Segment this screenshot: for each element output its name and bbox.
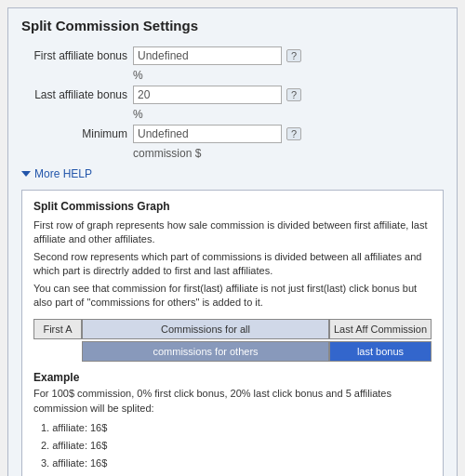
graph-cell-first-1: First A bbox=[33, 319, 82, 339]
graph-row-2: commissions for others last bonus bbox=[33, 341, 432, 362]
graph-row-1: First A Commissions for all Last Aff Com… bbox=[33, 319, 432, 339]
more-help-button[interactable]: More HELP bbox=[21, 167, 92, 180]
example-list: 1. affiliate: 16$ 2. affiliate: 16$ 3. a… bbox=[33, 419, 432, 476]
list-item: 4. affiliate: 16$ bbox=[41, 471, 432, 476]
graph-visual: First A Commissions for all Last Aff Com… bbox=[33, 319, 432, 362]
more-help-row: More HELP bbox=[21, 167, 444, 180]
minimum-input[interactable] bbox=[133, 125, 282, 143]
minimum-row: Minimum ? bbox=[21, 125, 444, 143]
last-affiliate-label: Last affiliate bonus bbox=[21, 88, 133, 101]
more-help-label: More HELP bbox=[34, 167, 92, 180]
graph-cell-empty bbox=[33, 341, 82, 362]
graph-cell-middle-1: Commissions for all bbox=[82, 319, 329, 339]
last-affiliate-unit: % bbox=[133, 108, 444, 121]
example-title: Example bbox=[33, 371, 432, 384]
main-panel: Split Commission Settings First affiliat… bbox=[7, 7, 458, 476]
minimum-unit: commission $ bbox=[133, 147, 444, 160]
last-affiliate-input[interactable] bbox=[133, 86, 282, 104]
example-desc: For 100$ commission, 0% first click bonu… bbox=[33, 387, 432, 416]
graph-desc1: First row of graph represents how sale c… bbox=[33, 218, 432, 247]
graph-title: Split Commissions Graph bbox=[33, 200, 432, 213]
first-affiliate-input[interactable] bbox=[133, 46, 282, 65]
first-affiliate-label: First affiliate bonus bbox=[21, 49, 133, 62]
graph-cell-last-1: Last Aff Commission bbox=[329, 319, 432, 339]
first-affiliate-help-icon[interactable]: ? bbox=[286, 49, 301, 62]
graph-desc3: You can see that commission for first(la… bbox=[33, 282, 432, 311]
graph-cell-last-bonus: last bonus bbox=[329, 341, 432, 362]
last-affiliate-help-icon[interactable]: ? bbox=[286, 88, 301, 101]
minimum-label: Minimum bbox=[21, 127, 133, 140]
page-title: Split Commission Settings bbox=[21, 18, 444, 33]
first-affiliate-unit: % bbox=[133, 69, 444, 82]
list-item: 1. affiliate: 16$ bbox=[41, 419, 432, 437]
graph-desc2: Second row represents which part of comm… bbox=[33, 250, 432, 279]
triangle-down-icon bbox=[21, 171, 31, 177]
list-item: 2. affiliate: 16$ bbox=[41, 437, 432, 455]
minimum-help-icon[interactable]: ? bbox=[286, 127, 301, 140]
graph-cell-others: commissions for others bbox=[82, 341, 329, 362]
last-affiliate-row: Last affiliate bonus ? bbox=[21, 86, 444, 104]
graph-box: Split Commissions Graph First row of gra… bbox=[21, 190, 444, 476]
first-affiliate-row: First affiliate bonus ? bbox=[21, 46, 444, 65]
list-item: 3. affiliate: 16$ bbox=[41, 455, 432, 472]
example-section: Example For 100$ commission, 0% first cl… bbox=[33, 371, 432, 476]
